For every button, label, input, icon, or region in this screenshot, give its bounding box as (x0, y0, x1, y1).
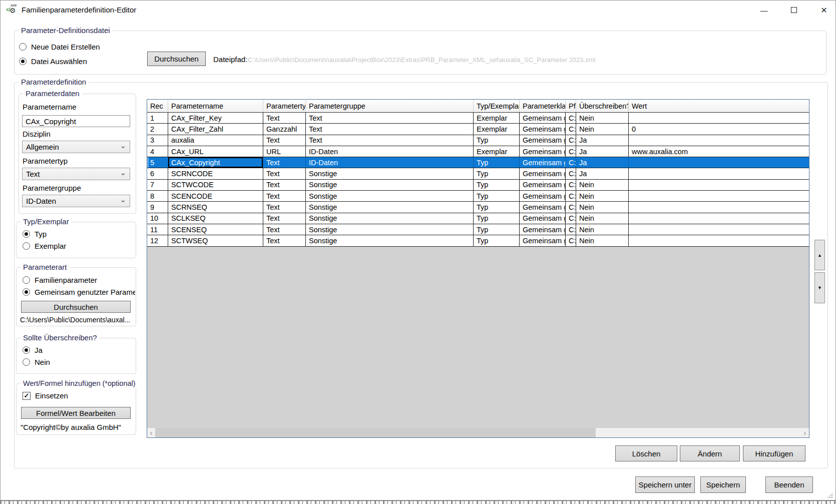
table-cell[interactable]: Nein (576, 180, 629, 190)
table-cell[interactable] (629, 157, 809, 168)
table-cell[interactable]: Gemeinsam ge (520, 191, 566, 201)
parametergruppe-dropdown[interactable]: ID-Daten ⌄ (22, 195, 130, 207)
table-cell[interactable]: 0 (629, 124, 809, 134)
radio-gemeinsam-genutzter-parameter[interactable]: Gemeinsam genutzter Paramete (23, 288, 135, 296)
scroll-up-button[interactable]: ▲ (814, 240, 825, 270)
table-cell[interactable]: Gemeinsam ge (520, 135, 566, 146)
table-cell[interactable]: Gemeinsam ge (520, 157, 566, 168)
table-cell[interactable]: Gemeinsam ge (520, 213, 566, 224)
table-cell[interactable]: Sonstige (306, 235, 474, 246)
table-cell[interactable]: 12 (147, 235, 168, 246)
table-cell[interactable]: 4 (147, 146, 168, 157)
table-cell[interactable]: CAx_Filter_Zahl (168, 124, 263, 134)
table-row[interactable]: 10SCLKSEQTextSonstigeTypGemeinsam geC:\N… (147, 213, 809, 224)
table-cell[interactable]: Sonstige (306, 191, 474, 201)
table-cell[interactable] (629, 113, 809, 123)
table-cell[interactable] (629, 180, 809, 190)
table-cell[interactable]: C:\ (566, 146, 576, 157)
table-cell[interactable]: Gemeinsam ge (520, 180, 566, 190)
table-cell[interactable]: Text (263, 235, 306, 246)
table-cell[interactable]: Gemeinsam ge (520, 224, 566, 235)
table-cell[interactable]: Gemeinsam ge (520, 168, 566, 179)
durchsuchen-button[interactable]: Durchsuchen (147, 52, 206, 66)
table-cell[interactable]: Nein (576, 224, 629, 235)
radio-typ[interactable]: Typ (23, 230, 128, 238)
table-cell[interactable]: Typ (474, 202, 520, 212)
table-cell[interactable] (629, 235, 809, 246)
table-row[interactable]: 4CAx_URLURLID-DatenExemplarGemeinsam geC… (147, 146, 809, 157)
column-header[interactable]: Wert (629, 100, 809, 112)
table-cell[interactable]: Sonstige (306, 168, 474, 179)
disziplin-dropdown[interactable]: Allgemein ⌄ (22, 141, 130, 153)
table-cell[interactable]: 6 (147, 168, 168, 179)
radio-exemplar[interactable]: Exemplar (23, 242, 128, 250)
table-row[interactable]: 2CAx_Filter_ZahlGanzzahlTextExemplarGeme… (147, 124, 809, 135)
table-cell[interactable]: Typ (474, 213, 520, 224)
table-cell[interactable] (629, 135, 809, 146)
table-cell[interactable]: Nein (576, 113, 629, 123)
column-header[interactable]: Rec (147, 100, 168, 112)
table-cell[interactable]: www.auxalia.com (629, 146, 809, 157)
table-cell[interactable]: 3 (147, 135, 168, 146)
table-cell[interactable]: C:\ (566, 213, 576, 224)
hinzufuegen-button[interactable]: Hinzufügen (743, 445, 805, 461)
table-cell[interactable]: Text (306, 113, 474, 123)
table-cell[interactable]: Typ (474, 180, 520, 190)
table-cell[interactable]: 2 (147, 124, 168, 134)
table-cell[interactable]: Text (306, 135, 474, 146)
radio-datei-auswaehlen[interactable]: Datei Auswählen (19, 57, 129, 66)
speichern-unter-button[interactable]: Speichern unter (635, 476, 695, 493)
table-cell[interactable]: CAx_URL (168, 146, 263, 157)
table-cell[interactable]: C:\ (566, 202, 576, 212)
table-cell[interactable] (629, 168, 809, 179)
formel-wert-bearbeiten-button[interactable]: Formel/Wert Bearbeiten (21, 407, 131, 419)
horizontal-scrollbar[interactable]: ‹ › (147, 428, 809, 437)
table-row[interactable]: 12SCTWSEQTextSonstigeTypGemeinsam geC:\N… (147, 235, 809, 246)
table-cell[interactable]: 9 (147, 202, 168, 212)
table-cell[interactable]: Ja (576, 146, 629, 157)
table-cell[interactable]: SCTWSEQ (168, 235, 263, 246)
table-cell[interactable]: Text (263, 113, 306, 123)
table-cell[interactable]: Text (263, 202, 306, 212)
table-cell[interactable]: Sonstige (306, 180, 474, 190)
loeschen-button[interactable]: Löschen (615, 445, 677, 461)
table-cell[interactable]: Sonstige (306, 202, 474, 212)
table-cell[interactable]: Gemeinsam ge (520, 146, 566, 157)
scroll-right-icon[interactable]: › (801, 428, 809, 437)
table-cell[interactable]: SCENCODE (168, 191, 263, 201)
table-cell[interactable]: Typ (474, 224, 520, 235)
column-header[interactable]: Pf (566, 100, 576, 112)
table-row[interactable]: 1CAx_Filter_KeyTextTextExemplarGemeinsam… (147, 113, 809, 124)
table-cell[interactable]: CAx_Copyright (168, 157, 263, 168)
column-header[interactable]: Parametername (168, 100, 263, 112)
table-cell[interactable]: C:\ (566, 157, 576, 168)
table-cell[interactable]: C:\ (566, 191, 576, 201)
column-header[interactable]: Typ/Exemplar (474, 100, 520, 112)
column-header[interactable]: Parametergruppe (306, 100, 474, 112)
table-cell[interactable]: Text (263, 191, 306, 201)
table-cell[interactable]: ID-Daten (306, 157, 474, 168)
table-cell[interactable]: 10 (147, 213, 168, 224)
aendern-button[interactable]: Ändern (680, 445, 740, 461)
table-cell[interactable]: Nein (576, 235, 629, 246)
table-row[interactable]: 8SCENCODETextSonstigeTypGemeinsam geC:\N… (147, 191, 809, 202)
table-cell[interactable]: Ganzzahl (263, 124, 306, 134)
table-row[interactable]: 11SCENSEQTextSonstigeTypGemeinsam geC:\N… (147, 224, 809, 235)
table-cell[interactable]: auxalia (168, 135, 263, 146)
column-header[interactable]: Parametertyp (263, 100, 306, 112)
table-cell[interactable] (629, 224, 809, 235)
table-cell[interactable]: C:\ (566, 135, 576, 146)
table-row[interactable]: 5CAx_CopyrightTextID-DatenTypGemeinsam g… (147, 157, 809, 168)
table-cell[interactable]: Text (263, 213, 306, 224)
radio-familienparameter[interactable]: Familienparameter (23, 276, 134, 284)
table-cell[interactable] (629, 213, 809, 224)
table-cell[interactable]: C:\ (566, 180, 576, 190)
table-row[interactable]: 9SCRNSEQTextSonstigeTypGemeinsam geC:\Ne… (147, 202, 809, 213)
parametername-input[interactable]: CAx_Copyright (22, 115, 130, 127)
radio-ja[interactable]: Ja (23, 346, 128, 354)
column-header[interactable]: Überschreiben? (576, 100, 629, 112)
table-cell[interactable]: SCLKSEQ (168, 213, 263, 224)
table-row[interactable]: 7SCTWCODETextSonstigeTypGemeinsam geC:\N… (147, 180, 809, 191)
close-button[interactable]: ✕ (815, 4, 832, 17)
table-cell[interactable]: C:\ (566, 168, 576, 179)
